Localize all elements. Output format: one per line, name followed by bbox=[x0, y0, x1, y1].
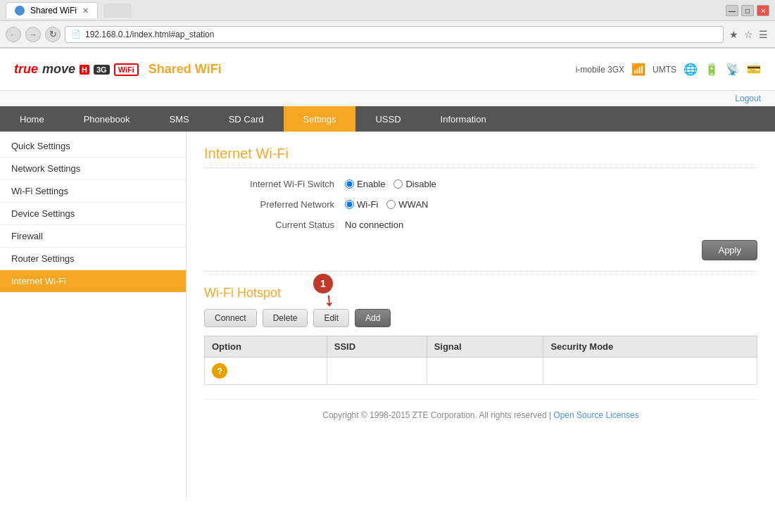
globe-icon: 🌐 bbox=[683, 63, 698, 76]
apply-row: Apply bbox=[204, 240, 757, 272]
url-text: 192.168.0.1/index.html#ap_station bbox=[85, 30, 214, 39]
preferred-network-label: Preferred Network bbox=[204, 199, 345, 210]
window-controls: — □ ✕ bbox=[726, 5, 769, 16]
disable-radio-label[interactable]: Disable bbox=[393, 179, 436, 189]
table-cell-ssid bbox=[327, 357, 427, 385]
title-bar: Shared WiFi ✕ — □ ✕ bbox=[0, 0, 775, 21]
status-text: No connection bbox=[345, 220, 403, 230]
nav-settings[interactable]: Settings bbox=[284, 106, 356, 132]
nav-sdcard[interactable]: SD Card bbox=[209, 106, 284, 132]
wwan-radio-label[interactable]: WWAN bbox=[386, 199, 428, 210]
col-option: Option bbox=[205, 336, 327, 357]
address-bar-row: ← → ↻ 📄 192.168.0.1/index.html#ap_statio… bbox=[0, 21, 775, 48]
sidebar-item-wifi-settings[interactable]: Wi-Fi Settings bbox=[0, 180, 186, 203]
hotspot-table: Option SSID Signal Security Mode ? bbox=[204, 336, 757, 385]
hotspot-section: Wi-Fi Hotspot 1 ➘ Connect Delete Edit Ad… bbox=[204, 286, 757, 385]
tab-title: Shared WiFi bbox=[30, 6, 77, 15]
hotspot-title: Wi-Fi Hotspot bbox=[204, 286, 757, 300]
wifi-radio-label[interactable]: Wi-Fi bbox=[345, 199, 378, 210]
copyright-text: Copyright © 1998-2015 ZTE Corporation. A… bbox=[322, 410, 551, 420]
menu-icon[interactable]: ☰ bbox=[757, 27, 769, 42]
logo-move: move bbox=[42, 62, 75, 77]
wifi-network-label: Wi-Fi bbox=[357, 199, 378, 210]
delete-button[interactable]: Delete bbox=[263, 309, 308, 327]
logout-bar: Logout bbox=[0, 91, 775, 106]
browser-tab[interactable]: Shared WiFi ✕ bbox=[6, 2, 98, 18]
enable-radio[interactable] bbox=[345, 179, 354, 189]
header-right: i-mobile 3GX 📶 UMTS 🌐 🔋 📡 💳 bbox=[576, 63, 761, 76]
url-bar[interactable]: 📄 192.168.0.1/index.html#ap_station bbox=[65, 26, 724, 43]
browser-actions: ★ ☆ ☰ bbox=[728, 27, 769, 42]
internet-wifi-title: Internet Wi-Fi bbox=[204, 146, 757, 168]
enable-label: Enable bbox=[357, 179, 385, 189]
preferred-network-control: Wi-Fi WWAN bbox=[345, 199, 428, 210]
col-security: Security Mode bbox=[543, 336, 757, 357]
nav-phonebook[interactable]: Phonebook bbox=[64, 106, 150, 132]
preferred-network-row: Preferred Network Wi-Fi WWAN bbox=[204, 199, 757, 210]
forward-button[interactable]: → bbox=[25, 27, 41, 42]
nav-ussd[interactable]: USSD bbox=[355, 106, 420, 132]
hotspot-buttons: 1 ➘ Connect Delete Edit Add bbox=[204, 309, 757, 327]
main-nav: Home Phonebook SMS SD Card Settings USSD… bbox=[0, 106, 775, 132]
signal-bars-icon: 📶 bbox=[631, 63, 645, 76]
back-button[interactable]: ← bbox=[6, 27, 21, 42]
page-icon: 📄 bbox=[71, 30, 81, 39]
nav-information[interactable]: Information bbox=[421, 106, 506, 132]
wwan-radio[interactable] bbox=[386, 200, 396, 209]
wifi-switch-label: Internet Wi-Fi Switch bbox=[204, 179, 345, 189]
tab-close-icon[interactable]: ✕ bbox=[82, 6, 89, 15]
site-header: true move H 3G WiFi Shared WiFi i-mobile… bbox=[0, 49, 775, 91]
table-cell-security bbox=[543, 357, 757, 385]
content-area: Quick Settings Network Settings Wi-Fi Se… bbox=[0, 132, 775, 498]
device-name: i-mobile 3GX bbox=[576, 65, 624, 75]
logo-area: true move H 3G WiFi Shared WiFi bbox=[14, 62, 222, 77]
edit-button[interactable]: Edit bbox=[313, 309, 349, 327]
enable-radio-label[interactable]: Enable bbox=[345, 179, 385, 189]
tab-favicon bbox=[15, 6, 25, 15]
question-icon: ? bbox=[212, 363, 227, 379]
wifi-switch-row: Internet Wi-Fi Switch Enable Disable bbox=[204, 179, 757, 189]
new-tab-area bbox=[103, 4, 132, 18]
logo-true: true bbox=[14, 62, 38, 77]
col-signal: Signal bbox=[427, 336, 543, 357]
sidebar: Quick Settings Network Settings Wi-Fi Se… bbox=[0, 132, 187, 498]
wifi-icon: 📡 bbox=[726, 63, 740, 76]
footer: Copyright © 1998-2015 ZTE Corporation. A… bbox=[204, 399, 757, 431]
sidebar-item-device-settings[interactable]: Device Settings bbox=[0, 203, 186, 225]
nav-sms[interactable]: SMS bbox=[149, 106, 208, 132]
add-button[interactable]: Add bbox=[355, 309, 391, 327]
table-header-row: Option SSID Signal Security Mode bbox=[205, 336, 757, 357]
sim-icon: 💳 bbox=[747, 63, 761, 76]
disable-label: Disable bbox=[405, 179, 436, 189]
bookmark-tools-icon[interactable]: ★ bbox=[728, 27, 740, 42]
bookmark-icon[interactable]: ☆ bbox=[743, 27, 755, 42]
nav-home[interactable]: Home bbox=[0, 106, 64, 132]
logout-link[interactable]: Logout bbox=[735, 94, 761, 103]
close-button[interactable]: ✕ bbox=[757, 5, 769, 16]
current-status-row: Current Status No connection bbox=[204, 220, 757, 230]
disable-radio[interactable] bbox=[393, 179, 403, 189]
wifi-switch-control: Enable Disable bbox=[345, 179, 436, 189]
network-type: UMTS bbox=[653, 65, 676, 75]
sidebar-item-router-settings[interactable]: Router Settings bbox=[0, 248, 186, 270]
current-status-value: No connection bbox=[345, 220, 403, 230]
refresh-button[interactable]: ↻ bbox=[45, 27, 61, 42]
license-link[interactable]: Open Source Licenses bbox=[553, 410, 638, 420]
table-row: ? bbox=[205, 357, 757, 385]
apply-button[interactable]: Apply bbox=[702, 240, 757, 260]
minimize-button[interactable]: — bbox=[726, 5, 738, 16]
connect-button[interactable]: Connect bbox=[204, 309, 257, 327]
battery-icon: 🔋 bbox=[705, 63, 719, 76]
main-content: Internet Wi-Fi Internet Wi-Fi Switch Ena… bbox=[187, 132, 775, 498]
col-ssid: SSID bbox=[327, 336, 427, 357]
table-cell-signal bbox=[427, 357, 543, 385]
wifi-radio[interactable] bbox=[345, 200, 354, 209]
wwan-network-label: WWAN bbox=[398, 199, 428, 210]
sidebar-item-quick-settings[interactable]: Quick Settings bbox=[0, 135, 186, 158]
maximize-button[interactable]: □ bbox=[741, 5, 754, 16]
logo-h-badge: H bbox=[80, 65, 89, 75]
sidebar-item-network-settings[interactable]: Network Settings bbox=[0, 158, 186, 180]
sidebar-item-firewall[interactable]: Firewall bbox=[0, 225, 186, 248]
table-cell-option: ? bbox=[205, 357, 327, 385]
sidebar-item-internet-wifi[interactable]: Internet Wi-Fi bbox=[0, 270, 186, 293]
